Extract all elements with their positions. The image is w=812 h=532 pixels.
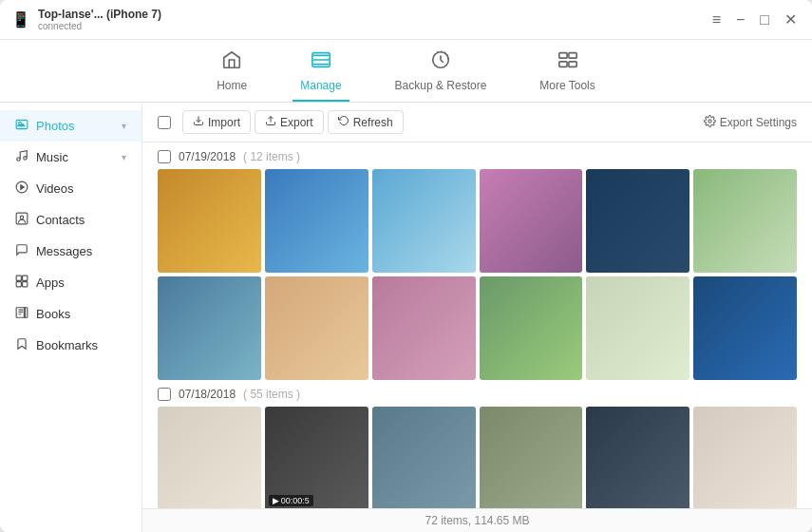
tab-manage[interactable]: Manage (293, 46, 349, 102)
photos-chevron: ▾ (122, 121, 126, 131)
sidebar-item-photos-left: Photos (15, 118, 74, 134)
sidebar-item-music[interactable]: Music ▾ (0, 142, 142, 173)
import-button[interactable]: Import (182, 110, 251, 134)
photos-icon (15, 118, 28, 134)
messages-icon (15, 243, 28, 259)
photo-item-p17[interactable] (586, 407, 689, 508)
photo-grid-1: ▶00:00:5 (158, 407, 797, 508)
photo-item-p2[interactable] (265, 169, 368, 273)
tools-icon (557, 49, 578, 75)
toolbar: Import Export (142, 103, 812, 142)
sidebar: Photos ▾ Music ▾ (0, 103, 142, 532)
maximize-icon[interactable]: □ (756, 10, 773, 30)
sidebar-item-videos[interactable]: Videos (0, 173, 142, 204)
videos-label: Videos (36, 181, 74, 196)
photo-item-p9[interactable] (372, 276, 476, 380)
svg-rect-16 (16, 282, 21, 287)
export-icon (265, 115, 276, 129)
photo-item-p1[interactable] (158, 169, 261, 273)
sidebar-item-videos-left: Videos (15, 180, 74, 197)
photo-item-p4[interactable] (480, 169, 583, 273)
svg-marker-11 (21, 185, 24, 190)
main-content: Photos ▾ Music ▾ (0, 103, 812, 532)
import-icon (193, 115, 204, 129)
photos-label: Photos (36, 119, 74, 133)
photo-item-p13[interactable] (158, 407, 261, 508)
refresh-label: Refresh (353, 116, 393, 129)
date-label-1: 07/18/2018 (179, 388, 236, 401)
backup-icon (430, 49, 451, 75)
sidebar-item-books-left: Books (15, 306, 70, 322)
svg-rect-5 (568, 62, 576, 67)
photo-item-p5[interactable] (586, 169, 689, 273)
photo-item-p18[interactable] (693, 407, 797, 508)
sidebar-item-contacts[interactable]: Contacts (0, 204, 142, 236)
books-icon (15, 306, 28, 322)
status-text: 72 items, 114.65 MB (425, 514, 529, 527)
bookmarks-label: Bookmarks (36, 338, 98, 352)
export-button[interactable]: Export (255, 110, 324, 134)
sidebar-item-bookmarks[interactable]: Bookmarks (0, 330, 142, 361)
status-bar: 72 items, 114.65 MB (142, 508, 812, 532)
date-header-0: 07/19/2018( 12 items ) (158, 150, 797, 163)
photo-item-p12[interactable] (693, 276, 797, 380)
sidebar-item-apps[interactable]: Apps (0, 267, 142, 298)
sidebar-item-messages-left: Messages (15, 243, 92, 259)
video-badge-p14: ▶00:00:5 (269, 495, 313, 506)
svg-point-22 (708, 119, 711, 122)
photo-item-p6[interactable] (693, 169, 797, 273)
menu-icon[interactable]: ≡ (708, 10, 725, 30)
sidebar-item-apps-left: Apps (15, 275, 65, 291)
date-group-checkbox-1[interactable] (158, 388, 171, 401)
export-settings-button[interactable]: Export Settings (704, 115, 797, 130)
manage-icon (311, 49, 331, 75)
photo-item-p10[interactable] (480, 276, 583, 380)
apps-label: Apps (36, 276, 65, 290)
date-group-0: 07/19/2018( 12 items ) (158, 150, 797, 380)
export-label: Export (280, 116, 313, 129)
sidebar-item-music-left: Music (15, 149, 68, 165)
music-icon (15, 149, 28, 165)
sidebar-item-contacts-left: Contacts (15, 212, 85, 228)
contacts-icon (15, 212, 28, 228)
toolbar-left: Import Export (158, 110, 404, 134)
svg-rect-2 (558, 53, 566, 59)
app-window: 📱 Top-lanse'... (iPhone 7) connected ≡ −… (0, 0, 812, 532)
select-all-checkbox[interactable] (158, 116, 171, 129)
video-duration: 00:00:5 (281, 496, 310, 505)
video-play-icon: ▶ (273, 496, 279, 505)
svg-rect-17 (23, 282, 28, 287)
nav-tabs: Home Manage Backup & Restore (0, 40, 812, 103)
close-icon[interactable]: ✕ (781, 9, 801, 30)
tab-backup[interactable]: Backup & Restore (387, 46, 495, 102)
photo-item-p7[interactable] (158, 276, 261, 380)
device-info: Top-lanse'... (iPhone 7) connected (38, 8, 161, 31)
title-bar-controls: ≡ − □ ✕ (708, 9, 801, 30)
bookmarks-icon (15, 337, 28, 353)
refresh-button[interactable]: Refresh (328, 110, 404, 134)
photo-item-p3[interactable] (372, 169, 476, 273)
date-count-0: ( 12 items ) (243, 150, 300, 163)
photo-item-p14[interactable]: ▶00:00:5 (265, 407, 368, 508)
photo-item-p16[interactable] (480, 407, 583, 508)
tab-home-label: Home (217, 79, 247, 92)
tab-tools[interactable]: More Tools (532, 46, 602, 102)
apps-icon (15, 275, 28, 291)
sidebar-item-messages[interactable]: Messages (0, 236, 142, 267)
sidebar-item-books[interactable]: Books (0, 298, 142, 330)
tab-manage-label: Manage (300, 79, 341, 92)
minimize-icon[interactable]: − (732, 10, 748, 30)
photos-scroll[interactable]: 07/19/2018( 12 items )07/18/2018( 55 ite… (142, 142, 812, 508)
date-group-checkbox-0[interactable] (158, 150, 171, 163)
import-label: Import (208, 116, 240, 129)
tab-home[interactable]: Home (209, 46, 255, 102)
svg-rect-15 (23, 276, 28, 280)
refresh-icon (338, 115, 349, 129)
sidebar-item-photos[interactable]: Photos ▾ (0, 110, 142, 142)
svg-point-8 (17, 158, 21, 162)
videos-icon (15, 180, 28, 197)
photo-item-p11[interactable] (586, 276, 689, 380)
photo-item-p8[interactable] (265, 276, 368, 380)
photo-item-p15[interactable] (372, 407, 476, 508)
date-label-0: 07/19/2018 (179, 150, 236, 163)
